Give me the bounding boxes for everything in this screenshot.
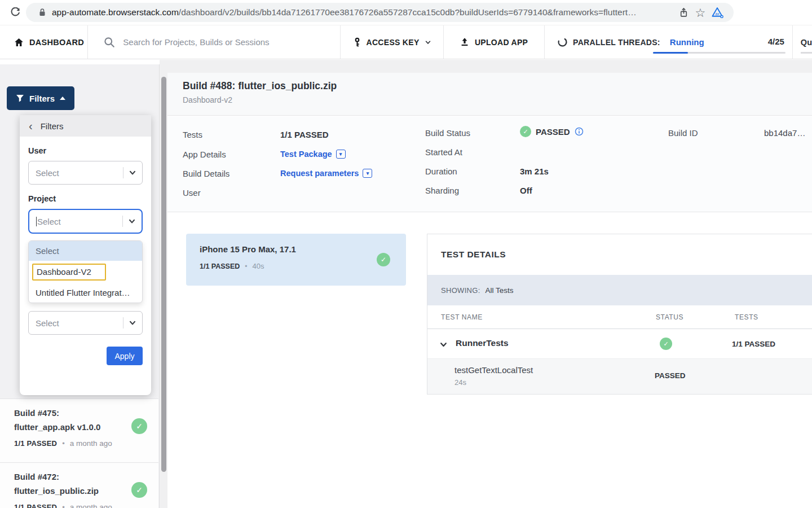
device-name: iPhone 15 Pro Max, 17.1: [200, 244, 406, 254]
build-passed: 1/1 PASSED: [14, 503, 57, 508]
duration-value: 3m 21s: [520, 167, 549, 176]
sharding-value: Off: [520, 186, 532, 195]
main-content: Build #488: flutter_ios_public.zip Dashb…: [167, 60, 812, 508]
test-case-duration: 24s: [454, 378, 466, 387]
url-domain: app-automate.browserstack.com: [52, 7, 179, 17]
share-icon[interactable]: [675, 4, 692, 21]
project-select[interactable]: Select: [28, 209, 143, 234]
dropdown-option-select[interactable]: Select: [29, 241, 142, 261]
col-status: STATUS: [656, 313, 683, 321]
device-duration: 40s: [253, 262, 264, 270]
filters-button[interactable]: Filters: [7, 86, 74, 110]
build-project: Dashboard-v2: [183, 95, 812, 104]
parallel-threads-label: PARALLEL THREADS:: [573, 38, 660, 47]
queued-progress-track: [801, 52, 812, 54]
select-divider: [122, 216, 123, 227]
svg-text:ax: ax: [716, 12, 720, 16]
queued-label: Qu: [801, 38, 812, 47]
filters-button-label: Filters: [29, 94, 55, 103]
search-input[interactable]: [123, 37, 315, 47]
build-passed: 1/1 PASSED: [14, 439, 57, 448]
expand-box-icon: ▾: [336, 150, 346, 159]
duration-label: Duration: [425, 167, 457, 176]
select-divider: [123, 167, 123, 178]
app-details-value: Test Package▾: [280, 149, 346, 159]
nav-access-key[interactable]: ACCESS KEY: [340, 25, 443, 59]
filter-funnel-icon: [16, 94, 24, 103]
threads-running-count: 4/25: [768, 37, 784, 46]
table-header-row: TEST NAME STATUS TESTS: [427, 305, 812, 329]
apply-row: Apply: [28, 347, 143, 365]
build-title: Build #472: flutter_ios_public.zip: [14, 470, 121, 498]
nav-upload-app[interactable]: UPLOAD APP: [443, 25, 544, 59]
browser-chrome: app-automate.browserstack.com/dashboard/…: [0, 0, 812, 25]
col-tests: TESTS: [735, 313, 758, 321]
bookmark-star-icon[interactable]: ☆: [692, 4, 709, 21]
chevron-down-icon: [439, 340, 448, 349]
test-details-panel: TEST DETAILS SHOWING: All Tests TEST NAM…: [427, 234, 812, 395]
showing-value: All Tests: [486, 286, 514, 295]
nav-queued[interactable]: Qu: [792, 25, 812, 59]
search-icon: [104, 37, 115, 48]
project-select-value: Select: [36, 217, 122, 226]
build-number: Build #472:: [14, 470, 121, 484]
third-select-value: Select: [36, 318, 123, 328]
test-case-status: PASSED: [655, 371, 686, 380]
project-dropdown: Select Dashboard-V2 Untitled Flutter Int…: [28, 240, 143, 303]
axe-extension-icon[interactable]: ax: [709, 4, 726, 21]
build-status-label: Build Status: [425, 128, 470, 138]
request-parameters-link[interactable]: Request parameters▾: [280, 169, 372, 178]
reload-icon[interactable]: [7, 4, 24, 21]
test-details-title: TEST DETAILS: [427, 234, 812, 275]
nav-search: [87, 25, 340, 59]
apply-button[interactable]: Apply: [107, 347, 143, 365]
dropdown-option-untitled[interactable]: Untitled Flutter Integrat…: [29, 283, 142, 303]
device-status-line: 1/1 PASSED • 40s: [200, 262, 406, 270]
build-title: Build #488: flutter_ios_public.zip: [183, 80, 812, 92]
scrollbar-thumb[interactable]: [161, 77, 166, 472]
select-divider: [123, 317, 123, 329]
build-title: Build #475: flutter_app.apk v1.0.0: [14, 406, 121, 434]
chevron-down-icon: [128, 217, 136, 225]
passed-check-icon: ✓: [131, 482, 147, 498]
nav-dashboard[interactable]: DASHBOARD: [0, 25, 87, 59]
nav-parallel-threads: PARALLEL THREADS: Running 4/25: [544, 25, 792, 59]
device-passed: 1/1 PASSED: [200, 262, 240, 270]
build-status-line: 1/1 PASSED • a month ago: [14, 439, 147, 448]
started-at-label: Started At: [425, 147, 462, 157]
sidebar: Filters 1/1 PASSEDa month ago Build #475…: [0, 64, 160, 508]
dropdown-option-dashboard-v2[interactable]: Dashboard-V2: [29, 261, 142, 283]
build-file: flutter_ios_public.zip: [14, 484, 121, 498]
user-select[interactable]: Select: [28, 161, 143, 185]
caret-up-icon: [60, 97, 65, 100]
home-icon: [14, 38, 24, 47]
info-icon[interactable]: [575, 127, 584, 136]
back-chevron-icon[interactable]: ‹: [29, 120, 33, 132]
threads-running-tab[interactable]: Running: [670, 37, 704, 47]
sidebar-scrollbar[interactable]: [160, 60, 167, 508]
test-package-link[interactable]: Test Package▾: [280, 150, 346, 159]
sidebar-build-475[interactable]: Build #475: flutter_app.apk v1.0.0 ✓ 1/1…: [0, 398, 158, 462]
sidebar-build-472[interactable]: Build #472: flutter_ios_public.zip ✓ 1/1…: [0, 462, 158, 508]
filters-panel-body: User Select Project Select Select: [20, 146, 151, 365]
device-card[interactable]: iPhone 15 Pro Max, 17.1 ✓ 1/1 PASSED • 4…: [186, 234, 406, 286]
third-select[interactable]: Select: [28, 311, 143, 335]
body: Filters 1/1 PASSEDa month ago Build #475…: [0, 60, 812, 508]
nav-upload-app-label: UPLOAD APP: [475, 38, 528, 47]
build-details-label: Build Details: [183, 169, 230, 178]
sharding-label: Sharding: [425, 186, 459, 195]
filters-panel-title: Filters: [41, 121, 64, 131]
bullet-icon: •: [62, 439, 65, 448]
url-bar[interactable]: app-automate.browserstack.com/dashboard/…: [26, 3, 734, 22]
table-row-runnertests[interactable]: RunnerTests ✓ 1/1 PASSED: [427, 329, 812, 359]
build-header: Build #488: flutter_ios_public.zip Dashb…: [167, 73, 812, 116]
passed-check-icon: ✓: [131, 418, 147, 434]
test-suite-name: RunnerTests: [456, 338, 509, 348]
build-ago: a month ago: [70, 439, 112, 448]
filters-panel: ‹ Filters User Select Project Select: [20, 115, 151, 395]
user-label: User: [183, 188, 201, 198]
expand-box-icon: ▾: [363, 169, 372, 178]
build-ago: a month ago: [70, 503, 112, 508]
table-row-testgettextlocaltest[interactable]: testGetTextLocalTest 24s PASSED: [427, 359, 812, 394]
filters-panel-header: ‹ Filters: [20, 115, 151, 137]
